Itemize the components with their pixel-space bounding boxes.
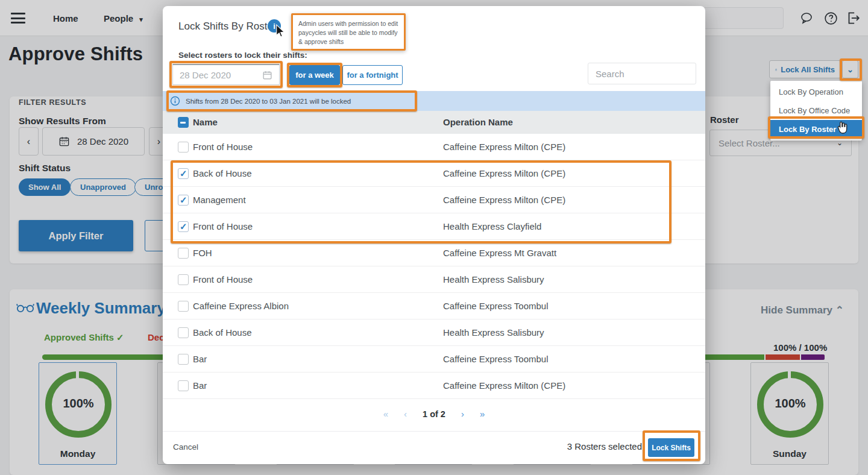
pagination: « ‹ 1 of 2 › »	[344, 409, 524, 419]
roster-table-header: Name Operation Name	[163, 111, 705, 134]
row-checkbox[interactable]	[178, 195, 189, 206]
table-row[interactable]: BarCaffeine Express Milton (CPE)	[163, 373, 705, 399]
calendar-icon	[262, 70, 272, 80]
table-row[interactable]: Front of HouseCaffeine Express Milton (C…	[163, 134, 705, 160]
modal-date-value: 28 Dec 2020	[180, 70, 231, 80]
pagination-first-button[interactable]: «	[383, 409, 388, 419]
roster-name: Front of House	[193, 221, 253, 231]
menu-item-lock-by-roster[interactable]: Lock By Roster	[770, 120, 862, 139]
roster-table-body: Front of HouseCaffeine Express Milton (C…	[163, 134, 705, 399]
column-header-operation[interactable]: Operation Name	[443, 117, 513, 127]
pagination-next-button[interactable]: ›	[461, 409, 464, 419]
tooltip: Admin users with permission to edit payc…	[291, 13, 406, 51]
table-row[interactable]: Front of HouseHealth Express Clayfield	[163, 213, 705, 240]
row-checkbox[interactable]	[178, 380, 189, 391]
row-checkbox[interactable]	[178, 221, 189, 232]
modal-title: Lock Shifts By Roster	[178, 20, 277, 33]
table-row[interactable]: Front of HouseHealth Express Salisbury	[163, 266, 705, 293]
table-row[interactable]: FOHCaffeine Express Mt Gravatt	[163, 240, 705, 266]
operation-name: Caffeine Express Milton (CPE)	[443, 142, 565, 152]
row-checkbox[interactable]	[178, 248, 189, 259]
for-a-fortnight-button[interactable]: for a fortnight	[342, 65, 403, 85]
table-row[interactable]: ManagementCaffeine Express Milton (CPE)	[163, 187, 705, 213]
selected-count-label: 3 Rosters selected	[461, 441, 642, 451]
cancel-button[interactable]: Cancel	[173, 442, 198, 451]
operation-name: Caffeine Express Milton (CPE)	[443, 195, 565, 205]
row-checkbox[interactable]	[178, 142, 189, 153]
table-row[interactable]: BarCaffeine Express Toombul	[163, 346, 705, 373]
operation-name: Caffeine Express Toombul	[443, 301, 549, 311]
lock-options-menu: Lock By OperationLock By Office CodeLock…	[770, 81, 862, 140]
info-circle-icon	[170, 96, 180, 106]
row-checkbox[interactable]	[178, 168, 189, 179]
operation-name: Caffeine Express Milton (CPE)	[443, 380, 565, 391]
roster-name: Back of House	[193, 168, 252, 178]
operation-name: Health Express Salisbury	[443, 274, 544, 285]
select-all-checkbox[interactable]	[178, 117, 189, 128]
roster-name: Management	[193, 195, 246, 205]
roster-name: FOH	[193, 248, 212, 258]
operation-name: Caffeine Express Mt Gravatt	[443, 248, 556, 258]
info-icon[interactable]: i	[268, 19, 281, 33]
pagination-last-button[interactable]: »	[480, 409, 485, 419]
row-checkbox[interactable]	[178, 327, 189, 338]
table-row[interactable]: Caffeine Express AlbionCaffeine Express …	[163, 293, 705, 319]
operation-name: Health Express Salisbury	[443, 327, 544, 338]
operation-name: Caffeine Express Toombul	[443, 354, 549, 364]
roster-name: Back of House	[193, 327, 252, 338]
for-a-week-button[interactable]: for a week	[289, 65, 340, 85]
row-checkbox[interactable]	[178, 274, 189, 285]
lock-period-banner: Shifts from 28 Dec 2020 to 03 Jan 2021 w…	[163, 91, 705, 111]
modal-date-input[interactable]: 28 Dec 2020	[172, 64, 280, 85]
menu-item-lock-by-operation[interactable]: Lock By Operation	[770, 83, 862, 101]
roster-name: Front of House	[193, 142, 253, 152]
table-row[interactable]: Back of HouseCaffeine Express Milton (CP…	[163, 160, 705, 187]
table-row[interactable]: Back of HouseHealth Express Salisbury	[163, 319, 705, 346]
operation-name: Caffeine Express Milton (CPE)	[443, 168, 565, 178]
column-header-name[interactable]: Name	[193, 117, 218, 127]
modal-footer: Cancel 3 Rosters selected Lock Shifts	[163, 431, 705, 464]
lock-shifts-button[interactable]: Lock Shifts	[648, 438, 694, 457]
select-rosters-label: Select rosters to lock their shifts:	[178, 51, 307, 60]
lock-shifts-by-roster-modal: Lock Shifts By Roster i Admin users with…	[163, 6, 705, 464]
roster-name: Front of House	[193, 274, 253, 285]
roster-search-input[interactable]	[588, 63, 696, 84]
roster-name: Caffeine Express Albion	[193, 301, 289, 311]
roster-name: Bar	[193, 354, 207, 364]
roster-name: Bar	[193, 380, 207, 391]
pagination-label: 1 of 2	[423, 409, 445, 419]
app-root: Home People▾ Search Approve Shifts FILTE…	[0, 0, 868, 475]
row-checkbox[interactable]	[178, 354, 189, 365]
operation-name: Health Express Clayfield	[443, 221, 541, 231]
lock-period-banner-text: Shifts from 28 Dec 2020 to 03 Jan 2021 w…	[186, 98, 351, 105]
menu-item-lock-by-office-code[interactable]: Lock By Office Code	[770, 101, 862, 120]
row-checkbox[interactable]	[178, 301, 189, 312]
pagination-prev-button[interactable]: ‹	[404, 409, 407, 419]
